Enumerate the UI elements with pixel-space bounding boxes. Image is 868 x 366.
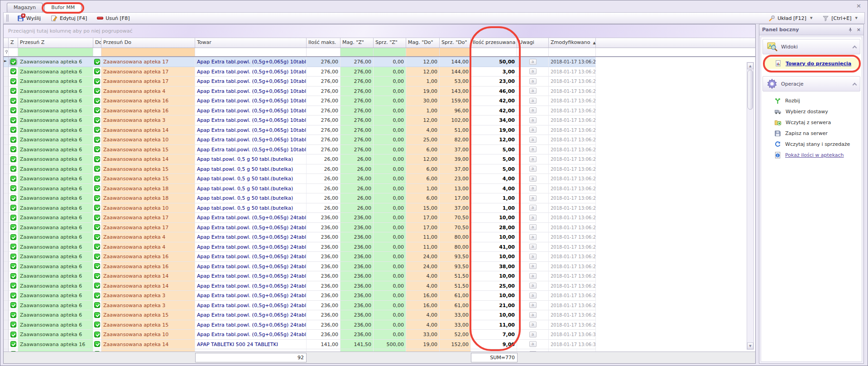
memo-button[interactable]: a: [529, 88, 537, 94]
table-row[interactable]: Zaawansowana apteka 6Zaawansowana apteka…: [4, 262, 596, 272]
table-row[interactable]: Zaawansowana apteka 6Zaawansowana apteka…: [4, 67, 596, 77]
table-row[interactable]: Zaawansowana apteka 6Zaawansowana apteka…: [4, 145, 596, 155]
delete-button[interactable]: Usuń [F8]: [93, 14, 134, 22]
column-header-n3[interactable]: Mag. "Do": [406, 38, 440, 48]
table-row[interactable]: Zaawansowana apteka 6Zaawansowana apteka…: [4, 96, 596, 106]
table-row[interactable]: Zaawansowana apteka 6Zaawansowana apteka…: [4, 271, 596, 281]
memo-button[interactable]: a: [529, 205, 537, 211]
memo-button[interactable]: a: [529, 283, 537, 289]
layout-caret-icon[interactable]: ▼: [810, 16, 812, 20]
table-row[interactable]: Zaawansowana apteka 6Zaawansowana apteka…: [4, 77, 596, 87]
table-row[interactable]: Zaawansowana apteka 6Zaawansowana apteka…: [4, 310, 596, 320]
table-row[interactable]: Zaawansowana apteka 6Zaawansowana apteka…: [4, 164, 596, 174]
checkbox-z-icon[interactable]: [10, 68, 16, 74]
memo-button[interactable]: a: [529, 273, 537, 279]
sidebar-item-zapisz-na-serwer[interactable]: Zapisz na serwer: [764, 128, 860, 139]
sidebar-item-wczytaj-stany[interactable]: Wczytaj stany i sprzedaże: [764, 139, 860, 149]
memo-button[interactable]: a: [529, 263, 537, 269]
memo-button[interactable]: a: [529, 195, 537, 201]
table-row[interactable]: Zaawansowana apteka 6Zaawansowana apteka…: [4, 116, 596, 125]
checkbox-do-icon[interactable]: [94, 137, 100, 143]
checkbox-z-icon[interactable]: [10, 156, 16, 162]
column-header-n2[interactable]: Sprz. "Z": [374, 38, 406, 48]
table-row[interactable]: Zaawansowana apteka 6Zaawansowana apteka…: [4, 135, 596, 145]
sidebar-item-wybierz-dostawy[interactable]: Wybierz dostawy: [764, 106, 860, 117]
checkbox-do-icon[interactable]: [94, 146, 100, 152]
table-row[interactable]: Zaawansowana apteka 6Zaawansowana apteka…: [4, 106, 596, 116]
filter-button[interactable]: [Ctrl+E] ▼: [818, 14, 862, 23]
table-row[interactable]: Zaawansowana apteka 6Zaawansowana apteka…: [4, 291, 596, 301]
memo-button[interactable]: a: [529, 137, 537, 143]
memo-button[interactable]: a: [529, 185, 537, 191]
table-row[interactable]: Zaawansowana apteka 16Zaawansowana aptek…: [4, 340, 596, 350]
checkbox-z-icon[interactable]: [10, 215, 16, 221]
column-header-z[interactable]: Z: [9, 38, 18, 48]
send-button[interactable]: x Wyślij: [13, 14, 45, 23]
checkbox-z-icon[interactable]: [10, 293, 16, 299]
checkbox-z-icon[interactable]: [10, 59, 16, 65]
filter-cell-n0[interactable]: [307, 48, 340, 56]
table-row[interactable]: Zaawansowana apteka 6Zaawansowana apteka…: [4, 87, 596, 96]
sidebar-item-wczytaj-z-serwera[interactable]: Wczytaj z serwera: [764, 117, 860, 128]
checkbox-z-icon[interactable]: [10, 117, 16, 123]
table-row[interactable]: Zaawansowana apteka 6Zaawansowana apteka…: [4, 125, 596, 135]
table-row[interactable]: Zaawansowana apteka 6Zaawansowana apteka…: [4, 154, 596, 164]
checkbox-do-icon[interactable]: [94, 176, 100, 182]
checkbox-z-icon[interactable]: [10, 205, 16, 211]
checkbox-do-icon[interactable]: [94, 107, 100, 113]
checkbox-do-icon[interactable]: [94, 185, 100, 191]
checkbox-do-icon[interactable]: [94, 302, 100, 308]
checkbox-do-icon[interactable]: [94, 117, 100, 123]
checkbox-do-icon[interactable]: [94, 283, 100, 289]
filter-cell-z[interactable]: [9, 48, 18, 56]
memo-button[interactable]: a: [529, 322, 537, 327]
close-icon[interactable]: ×: [854, 2, 863, 9]
panel-close-icon[interactable]: ×: [857, 27, 861, 33]
checkbox-z-icon[interactable]: [10, 322, 16, 327]
memo-button[interactable]: a: [529, 127, 537, 133]
memo-button[interactable]: a: [529, 302, 537, 308]
checkbox-z-icon[interactable]: [10, 107, 16, 113]
checkbox-z-icon[interactable]: [10, 254, 16, 260]
column-header-n5[interactable]: Ilość przesuwana: [471, 38, 517, 48]
checkbox-z-icon[interactable]: [10, 341, 16, 347]
checkbox-do-icon[interactable]: [94, 293, 100, 299]
checkbox-z-icon[interactable]: [10, 224, 16, 230]
table-row[interactable]: Zaawansowana apteka 6Zaawansowana apteka…: [4, 252, 596, 262]
sidebar-item-towary-do-przesuniecia[interactable]: Towary do przesunięcia: [765, 58, 860, 69]
checkbox-do-icon[interactable]: [94, 215, 100, 221]
table-row[interactable]: ►Zaawansowana apteka 6Zaawansowana aptek…: [4, 57, 596, 67]
checkbox-z-icon[interactable]: [10, 332, 16, 337]
checkbox-do-icon[interactable]: [94, 98, 100, 104]
checkbox-z-icon[interactable]: [10, 244, 16, 250]
table-row[interactable]: Zaawansowana apteka 6Zaawansowana apteka…: [4, 242, 596, 252]
memo-button[interactable]: a: [529, 146, 537, 152]
checkbox-do-icon[interactable]: [94, 166, 100, 172]
checkbox-do-icon[interactable]: [94, 312, 100, 318]
memo-button[interactable]: a: [529, 176, 537, 182]
memo-button[interactable]: a: [529, 215, 537, 221]
checkbox-do-icon[interactable]: [94, 332, 100, 337]
checkbox-do-icon[interactable]: [94, 244, 100, 250]
checkbox-z-icon[interactable]: [10, 312, 16, 318]
checkbox-do-icon[interactable]: [94, 127, 100, 133]
checkbox-z-icon[interactable]: [10, 283, 16, 289]
checkbox-do-icon[interactable]: [94, 156, 100, 162]
group-header-widoki[interactable]: Widoki: [762, 39, 860, 54]
sidebar-item-rozbij[interactable]: Rozbij: [764, 95, 860, 106]
checkbox-do-icon[interactable]: [94, 341, 100, 347]
checkbox-z-icon[interactable]: [10, 263, 16, 269]
filter-cell-towar[interactable]: [195, 48, 307, 56]
vertical-scrollbar[interactable]: ▲ ▼: [747, 62, 754, 350]
filter-cell-zmod[interactable]: [549, 48, 596, 56]
memo-button[interactable]: a: [529, 332, 537, 337]
checkbox-z-icon[interactable]: [10, 146, 16, 152]
tab-bufor-mm[interactable]: Bufor MM: [44, 3, 82, 12]
group-header-operacje[interactable]: Operacje: [762, 76, 860, 92]
group-by-hint[interactable]: Przeciągnij tutaj kolumnę aby po niej po…: [4, 24, 755, 38]
memo-button[interactable]: a: [529, 312, 537, 318]
checkbox-do-icon[interactable]: [94, 88, 100, 94]
checkbox-z-icon[interactable]: [10, 166, 16, 172]
scroll-up-icon[interactable]: ▲: [747, 63, 753, 69]
edit-button[interactable]: Edytuj [F4]: [47, 14, 91, 23]
